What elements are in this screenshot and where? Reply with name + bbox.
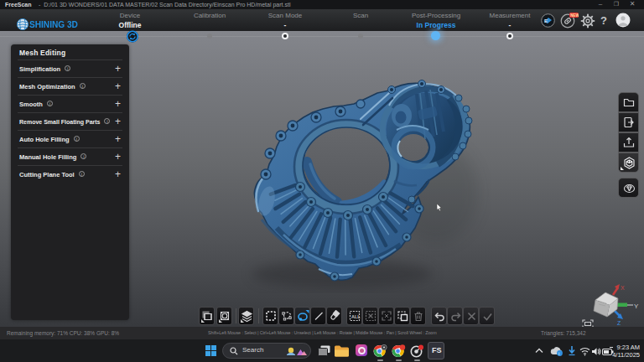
svg-text:i: i bbox=[558, 351, 559, 356]
svg-text:NEW: NEW bbox=[570, 13, 579, 18]
svg-text:ALL: ALL bbox=[351, 314, 361, 319]
svg-text:Z: Z bbox=[617, 320, 621, 326]
svg-text:Y: Y bbox=[634, 303, 639, 310]
svg-text:E: E bbox=[544, 18, 548, 23]
svg-text:X: X bbox=[621, 285, 625, 291]
